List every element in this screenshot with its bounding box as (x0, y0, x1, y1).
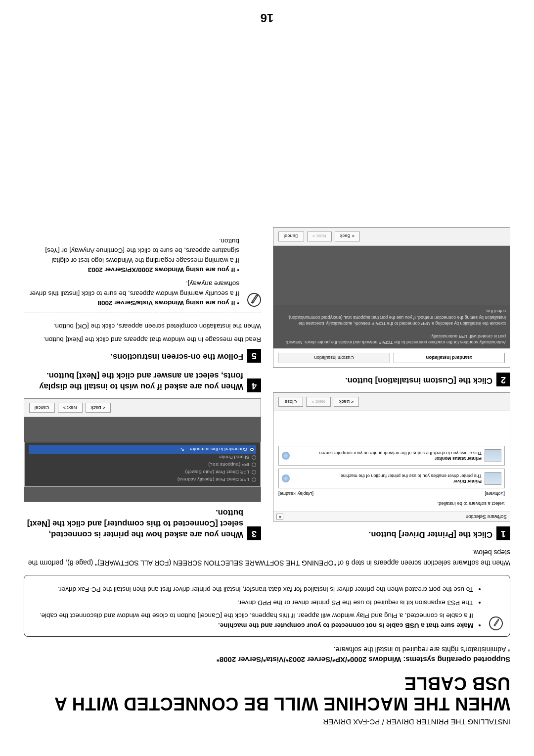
cancel-button[interactable]: Cancel (29, 403, 55, 413)
callout-item: The PS3 expansion kit is required to use… (32, 597, 473, 607)
back-button[interactable]: < Back (86, 403, 111, 413)
close-button[interactable]: Close (278, 397, 303, 407)
step-3-text: When you are asked how the printer is co… (24, 507, 243, 540)
step5-para2: When the installation completed screen a… (24, 321, 261, 331)
label-readme: [Display Readme] (278, 491, 313, 496)
step-number-3: 3 (247, 526, 261, 540)
step-1-text: Click the [Printer Driver] button. (369, 526, 492, 540)
radio-label: Shared Printer (219, 455, 249, 460)
callout-item: To use the port created when the printer… (32, 584, 473, 594)
intro-paragraph: When the software selection screen appea… (24, 547, 510, 568)
step-2-text: Click the [Custom installation] button. (345, 373, 492, 386)
row-desc: This allows you to check the status of t… (318, 451, 482, 456)
radio-option-selected[interactable]: Connected to this computer↖ (29, 445, 256, 454)
radio-option[interactable]: IPP (Supports SSL) (29, 461, 256, 469)
radio-label: Connected to this computer (190, 447, 247, 452)
radio-option[interactable]: LPR Direct Print (Specify Address) (29, 476, 256, 483)
row-title: Printer Driver (453, 479, 482, 484)
step-number-5: 5 (247, 349, 261, 363)
right-column: 3 When you are asked how the printer is … (24, 221, 261, 541)
cancel-button[interactable]: Cancel (278, 232, 304, 241)
label-software: [Software] (485, 491, 505, 496)
connection-method-dialog: LPR Direct Print (Specify Address) LPR D… (24, 398, 261, 502)
printer-driver-row[interactable]: Printer DriverThe printer driver enables… (278, 469, 505, 488)
step-4-text: When you are asked if you wish to instal… (24, 371, 243, 393)
standard-install-option[interactable]: Standard installation (394, 353, 505, 363)
os-note-vista: • If you are using Windows Vista/Server … (24, 279, 239, 308)
info-icon[interactable] (282, 452, 290, 460)
warning-callout: Make sure that a USB cable is not connec… (24, 575, 510, 637)
printer-driver-icon (485, 472, 501, 485)
callout-text: If a cable is connected, a Plug and Play… (40, 612, 473, 619)
back-button[interactable]: < Back (334, 397, 359, 407)
supported-os: Supported operating systems: Windows 200… (24, 656, 510, 664)
radio-label: LPR Direct Print (Specify Address) (178, 477, 249, 482)
step-number-2: 2 (496, 373, 510, 386)
option-desc: Automatically searches for the machine c… (273, 305, 510, 349)
next-button: Next > (307, 232, 332, 241)
row-title: Printer Status Monitor (435, 456, 482, 461)
cursor-icon: ↖ (180, 446, 184, 453)
next-button: Next > (306, 397, 331, 407)
next-button[interactable]: Next > (58, 403, 83, 413)
step-number-1: 1 (496, 526, 510, 540)
dialog-title: Software Selection (466, 514, 507, 520)
info-icon[interactable] (282, 474, 290, 482)
software-selection-dialog: Software Selection ✕ Select a software t… (273, 392, 510, 521)
radio-label: LPR Direct Print (Auto Search) (185, 470, 249, 475)
page-title: WHEN THE MACHINE WILL BE CONNECTED WITH … (24, 673, 510, 714)
divider (24, 313, 261, 313)
option-title: Custom installation (280, 355, 388, 361)
close-icon[interactable]: ✕ (276, 514, 283, 520)
option-title: Standard installation (395, 355, 503, 361)
radio-label: IPP (Supports SSL) (208, 462, 249, 468)
pencil-note-icon (246, 292, 262, 308)
left-column: 1 Click the [Printer Driver] button. Sof… (273, 221, 510, 541)
callout-item: Make sure that a USB cable is not connec… (32, 611, 473, 631)
step-5-text: Follow the on-screen instructions. (110, 349, 243, 363)
status-monitor-icon (485, 449, 501, 462)
page-number: 16 (261, 11, 274, 25)
dialog-subtitle: Select a software to be installed. (278, 501, 505, 507)
radio-option[interactable]: LPR Direct Print (Auto Search) (29, 469, 256, 476)
custom-install-option[interactable]: Custom installation (278, 353, 390, 363)
callout-bold: Make sure that a USB cable is not connec… (218, 622, 473, 629)
installation-type-dialog: Standard installation Custom installatio… (273, 227, 510, 368)
status-monitor-row[interactable]: Printer Status MonitorThis allows you to… (278, 446, 505, 466)
step-number-4: 4 (247, 378, 261, 392)
radio-option[interactable]: Shared Printer (29, 454, 256, 461)
admin-note: * Administrator's rights are required to… (24, 646, 510, 654)
header-path: INSTALLING THE PRINTER DRIVER / PC-FAX D… (24, 718, 510, 726)
row-desc: The printer driver enables you to use th… (339, 473, 482, 478)
pencil-note-icon (488, 615, 504, 632)
back-button[interactable]: < Back (335, 232, 360, 241)
step5-para1: Read the message in the window that appe… (24, 334, 261, 344)
os-note-2000xp: • If you are using Windows 2000/XP/Serve… (24, 236, 239, 275)
